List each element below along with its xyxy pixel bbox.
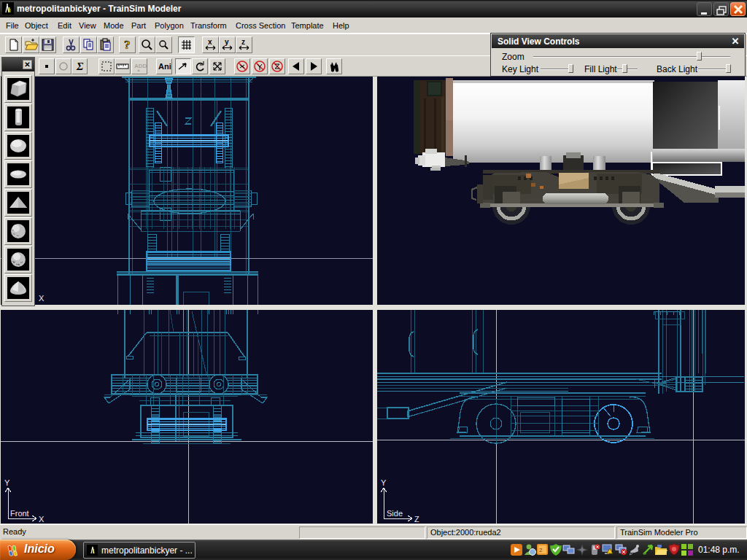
svg-text:y: y [225, 38, 229, 46]
svg-text:?: ? [124, 38, 131, 52]
svg-text:z: z [241, 38, 245, 46]
svg-text:X: X [39, 294, 44, 303]
svg-text:Side: Side [387, 509, 403, 518]
svg-text:x: x [208, 38, 212, 46]
svg-text:Ani: Ani [158, 62, 171, 71]
svg-text:Front: Front [10, 509, 29, 518]
svg-text:ADD: ADD [134, 63, 147, 69]
svg-text:!: ! [612, 550, 614, 554]
svg-text:Σ: Σ [76, 61, 84, 72]
svg-text:Y: Y [4, 478, 10, 487]
svg-text:Y: Y [381, 478, 387, 487]
svg-text:2: 2 [539, 547, 543, 553]
svg-text:Z: Z [414, 515, 419, 524]
svg-text:X: X [39, 515, 44, 524]
